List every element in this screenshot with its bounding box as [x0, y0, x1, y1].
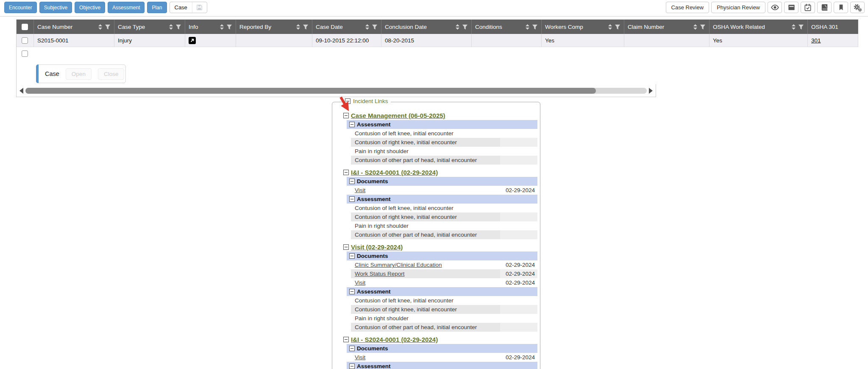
document-link-work-status-report[interactable]: Work Status Report	[355, 271, 405, 277]
eye-icon[interactable]	[768, 2, 782, 13]
tree-section: I&I - S2024-0001 (02-29-2024)	[343, 332, 537, 344]
cell-checkbox	[16, 34, 34, 47]
tree-group-assessment: Assessment	[347, 195, 537, 204]
toolbar-button-assessment[interactable]: Assessment	[108, 2, 145, 13]
row-checkbox[interactable]	[22, 37, 28, 44]
filter-icon[interactable]	[372, 24, 378, 30]
sort-icon[interactable]	[169, 24, 173, 30]
open-button[interactable]: Open	[66, 68, 92, 80]
toolbar-button-plan[interactable]: Plan	[147, 2, 167, 13]
collapse-minus-icon[interactable]	[343, 170, 349, 175]
filter-icon[interactable]	[226, 24, 232, 30]
toolbar-button-encounter[interactable]: Encounter	[4, 2, 37, 13]
tree-item: Contusion of right knee, initial encount…	[351, 212, 537, 221]
table-header-row: Case Number Case Type Info Reported By C…	[16, 20, 858, 34]
filter-icon[interactable]	[798, 24, 804, 30]
tree-item: Pain in right shoulder	[351, 314, 537, 323]
tree-item-name: Pain in right shoulder	[351, 147, 500, 156]
info-link-icon[interactable]	[189, 37, 196, 44]
column-header-conclusion-date[interactable]: Conclusion Date	[381, 20, 472, 34]
scrollbar-track[interactable]	[25, 88, 647, 94]
collapse-minus-icon[interactable]	[349, 363, 355, 369]
tree-group-assessment: Assessment	[347, 287, 537, 296]
sort-icon[interactable]	[791, 24, 796, 30]
bookmark-icon[interactable]	[834, 2, 848, 13]
toolbar-button-objective[interactable]: Objective	[75, 2, 105, 13]
column-header-conditions[interactable]: Conditions	[472, 20, 542, 34]
tab-case[interactable]: Case	[170, 2, 207, 13]
tree-item-name: Contusion of left knee, initial encounte…	[351, 296, 500, 305]
tree-item: Contusion of left knee, initial encounte…	[351, 296, 537, 305]
column-header-case-number[interactable]: Case Number	[34, 20, 114, 34]
column-header-case-type[interactable]: Case Type	[114, 20, 185, 34]
header-checkbox[interactable]	[22, 24, 28, 30]
collapse-minus-icon[interactable]	[349, 253, 355, 259]
filter-icon[interactable]	[105, 24, 111, 30]
section-link-case-management-06-05-2025[interactable]: Case Management (06-05-2025)	[351, 112, 445, 119]
column-header-case-date[interactable]: Case Date	[312, 20, 381, 34]
tree-item-name: Work Status Report	[351, 269, 500, 278]
sort-icon[interactable]	[608, 24, 612, 30]
column-header-osha-301: OSHA 301	[808, 20, 858, 34]
section-link-i-i-s2024-0001-02-29-2024[interactable]: I&I - S2024-0001 (02-29-2024)	[351, 336, 438, 343]
sort-icon[interactable]	[98, 24, 103, 30]
toolbar-left-buttons: EncounterSubjectiveObjectiveAssessmentPl…	[4, 2, 207, 13]
collapse-minus-icon[interactable]	[349, 122, 355, 127]
sort-icon[interactable]	[455, 24, 460, 30]
document-link-visit[interactable]: Visit	[355, 354, 365, 361]
collapse-minus-icon[interactable]	[343, 244, 349, 250]
scroll-left-arrow-icon[interactable]	[19, 88, 23, 94]
tree-section-inner: Case Management (06-05-2025)	[343, 111, 445, 120]
osha-301-link[interactable]: 301	[811, 37, 821, 44]
filter-icon[interactable]	[532, 24, 538, 30]
tree-item-date	[500, 230, 537, 239]
toolbar-button-subjective[interactable]: Subjective	[39, 2, 72, 13]
column-header-claim-number[interactable]: Claim Number	[624, 20, 709, 34]
tree-item-date: 02-29-2024	[500, 186, 537, 195]
column-icons	[296, 24, 309, 30]
sort-icon[interactable]	[365, 24, 370, 30]
column-header-reported-by[interactable]: Reported By	[236, 20, 312, 34]
case-review-button[interactable]: Case Review	[666, 2, 709, 13]
column-header-checkbox[interactable]	[16, 20, 34, 34]
section-link-i-i-s2024-0001-02-29-2024[interactable]: I&I - S2024-0001 (02-29-2024)	[351, 169, 438, 176]
collapse-minus-icon[interactable]	[343, 337, 349, 342]
row2-checkbox[interactable]	[22, 50, 28, 57]
cell-osha-work-related: Yes	[709, 34, 808, 47]
case-panel-title: Case	[45, 70, 59, 77]
calendar-check-icon[interactable]	[801, 2, 815, 13]
app-window: EncounterSubjectiveObjectiveAssessmentPl…	[0, 0, 868, 369]
sort-icon[interactable]	[220, 24, 224, 30]
sort-icon[interactable]	[525, 24, 530, 30]
sort-icon[interactable]	[296, 24, 300, 30]
filter-icon[interactable]	[615, 24, 620, 30]
tree-section-inner: Visit (02-29-2024)	[343, 243, 403, 252]
collapse-minus-icon[interactable]	[349, 179, 355, 184]
book-icon[interactable]	[817, 2, 832, 13]
scrollbar-thumb[interactable]	[25, 88, 596, 94]
close-button[interactable]: Close	[98, 68, 125, 80]
tree-item-name: Contusion of right knee, initial encount…	[351, 305, 500, 314]
column-header-workers-comp[interactable]: Workers Comp	[542, 20, 624, 34]
document-link-visit[interactable]: Visit	[355, 280, 365, 286]
gears-icon[interactable]	[850, 2, 865, 13]
column-header-osha-work-related[interactable]: OSHA Work Related	[709, 20, 808, 34]
save-icon[interactable]	[192, 4, 207, 11]
tree-item-name: Visit	[351, 353, 500, 362]
archive-icon[interactable]	[784, 2, 798, 13]
collapse-minus-icon[interactable]	[349, 346, 355, 351]
section-link-visit-02-29-2024[interactable]: Visit (02-29-2024)	[351, 243, 403, 251]
filter-icon[interactable]	[700, 24, 706, 30]
sort-icon[interactable]	[693, 24, 698, 30]
column-header-info[interactable]: Info	[185, 20, 236, 34]
physician-review-button[interactable]: Physician Review	[711, 2, 765, 13]
filter-icon[interactable]	[462, 24, 468, 30]
document-link-clinic-summary-clinical-education[interactable]: Clinic Summary/Clinical Education	[355, 262, 442, 268]
scroll-right-arrow-icon[interactable]	[649, 88, 653, 94]
filter-icon[interactable]	[303, 24, 309, 30]
collapse-minus-icon[interactable]	[349, 289, 355, 294]
filter-icon[interactable]	[175, 24, 181, 30]
document-link-visit[interactable]: Visit	[355, 187, 365, 193]
collapse-minus-icon[interactable]	[349, 196, 355, 202]
tree-item: Contusion of other part of head, initial…	[351, 156, 537, 165]
